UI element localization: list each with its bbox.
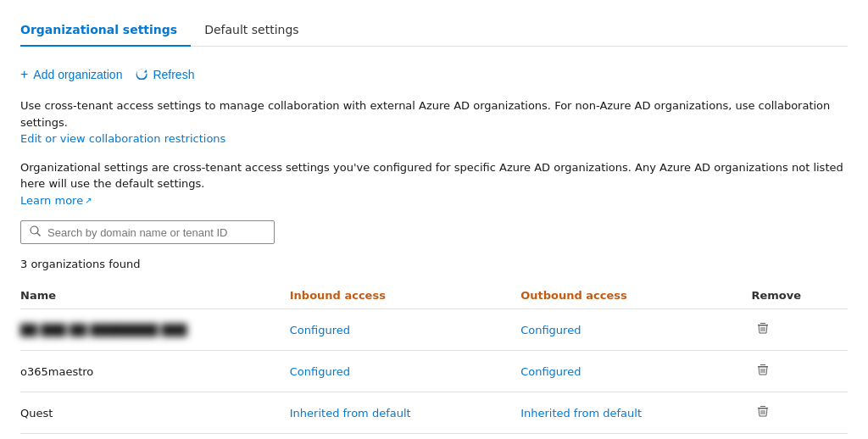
- learn-more-link[interactable]: Learn more ↗: [20, 192, 92, 209]
- org-count: 3 organizations found: [20, 258, 848, 270]
- remove-cell: [751, 309, 848, 351]
- search-icon: [30, 225, 41, 239]
- svg-rect-8: [760, 364, 765, 365]
- delete-button[interactable]: [751, 403, 775, 423]
- info-text-1: Use cross-tenant access settings to mana…: [20, 99, 830, 129]
- inbound-link[interactable]: Inherited from default: [290, 407, 411, 420]
- table-row: ██ ███ ██ ████████ ███ Configured Config…: [20, 309, 848, 351]
- organizations-table: Name Inbound access Outbound access Remo…: [20, 282, 848, 434]
- refresh-button[interactable]: Refresh: [136, 64, 194, 86]
- outbound-cell: Configured: [520, 351, 751, 392]
- table-row: Quest Inherited from default Inherited f…: [20, 392, 848, 434]
- edit-collaboration-link[interactable]: Edit or view collaboration restrictions: [20, 132, 225, 145]
- inbound-cell: Inherited from default: [290, 392, 520, 434]
- inbound-cell: Configured: [290, 309, 520, 351]
- inbound-cell: Configured: [290, 351, 520, 392]
- table-row: o365maestro Configured Configured: [20, 351, 848, 392]
- learn-more-text: Learn more: [20, 192, 83, 209]
- remove-cell: [751, 392, 848, 434]
- svg-line-1: [37, 233, 41, 236]
- col-header-name: Name: [20, 282, 290, 309]
- search-container: [20, 220, 275, 244]
- org-name-cell: Quest: [20, 392, 290, 434]
- refresh-label: Refresh: [153, 68, 194, 81]
- tab-org-settings[interactable]: Organizational settings: [20, 14, 191, 47]
- add-org-button[interactable]: + Add organization: [20, 64, 122, 86]
- outbound-cell: Configured: [520, 309, 751, 351]
- tab-default-settings[interactable]: Default settings: [204, 14, 312, 47]
- org-name: o365maestro: [20, 365, 93, 378]
- org-name: ██ ███ ██ ████████ ███: [20, 324, 187, 336]
- toolbar: + Add organization Refresh: [20, 64, 848, 86]
- col-header-outbound: Outbound access: [520, 282, 751, 309]
- inbound-link[interactable]: Configured: [290, 365, 350, 378]
- delete-button[interactable]: [751, 361, 775, 381]
- col-header-inbound: Inbound access: [290, 282, 520, 309]
- col-header-remove: Remove: [751, 282, 848, 309]
- outbound-link[interactable]: Configured: [520, 365, 581, 378]
- svg-rect-3: [760, 323, 765, 324]
- tabs-bar: Organizational settings Default settings: [20, 14, 848, 47]
- refresh-icon: [136, 68, 147, 82]
- org-name-cell: ██ ███ ██ ████████ ███: [20, 309, 290, 351]
- search-wrap: [20, 220, 848, 244]
- outbound-link[interactable]: Configured: [520, 324, 581, 336]
- org-name-cell: o365maestro: [20, 351, 290, 392]
- external-link-icon: ↗: [85, 194, 92, 207]
- plus-icon: +: [20, 67, 28, 82]
- svg-point-0: [31, 226, 38, 234]
- outbound-link[interactable]: Inherited from default: [520, 407, 642, 420]
- svg-rect-13: [760, 406, 765, 407]
- add-org-label: Add organization: [33, 68, 122, 81]
- inbound-link[interactable]: Configured: [290, 324, 350, 336]
- delete-button[interactable]: [751, 320, 775, 340]
- info-section-2: Organizational settings are cross-tenant…: [20, 159, 848, 209]
- info-text-2a: Organizational settings are cross-tenant…: [20, 161, 632, 174]
- info-section-1: Use cross-tenant access settings to mana…: [20, 97, 848, 147]
- search-input[interactable]: [47, 226, 265, 239]
- remove-cell: [751, 351, 848, 392]
- org-name: Quest: [20, 407, 53, 420]
- outbound-cell: Inherited from default: [520, 392, 751, 434]
